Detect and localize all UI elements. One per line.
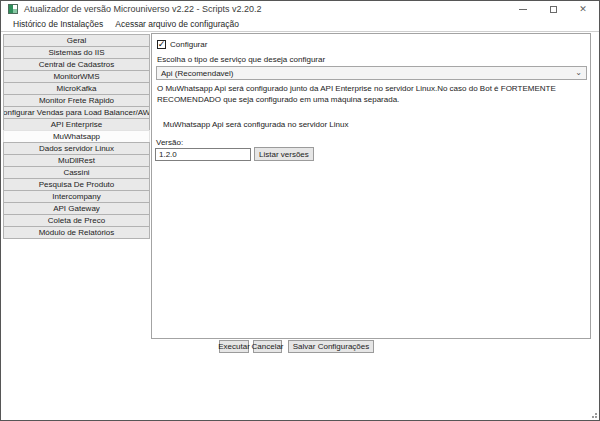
config-panel: Configurar Escolha o tipo de serviço que… (151, 33, 591, 339)
service-type-dropdown[interactable]: Api (Recomendavel) ⌄ (156, 66, 587, 80)
save-configurations-button[interactable]: Salvar Configurações (288, 340, 374, 353)
service-type-label: Escolha o tipo de serviço que deseja con… (157, 55, 325, 64)
sidebar: GeralSistemas do IISCentral de Cadastros… (3, 34, 150, 239)
service-description: O MuWhatsapp Api será configurado junto … (157, 84, 585, 105)
app-window: Atualizador de versão Microuniverso v2.2… (0, 0, 600, 421)
version-label: Versão: (156, 138, 183, 147)
maximize-button[interactable] (538, 1, 568, 17)
close-button[interactable]: ✕ (568, 1, 598, 17)
list-versions-button[interactable]: Listar versões (254, 147, 314, 161)
minimize-button[interactable] (508, 1, 538, 17)
title-bar[interactable]: Atualizador de versão Microuniverso v2.2… (1, 1, 599, 17)
version-input[interactable] (155, 148, 251, 161)
cancel-button[interactable]: Cancelar (253, 340, 282, 353)
menu-item-historico-de-instalacoes[interactable]: Histórico de Instalações (7, 19, 109, 29)
resize-grip[interactable] (592, 413, 597, 418)
chevron-down-icon: ⌄ (575, 70, 582, 76)
status-text: MuWhatsapp Api será configurada no servi… (163, 120, 348, 129)
configure-checkbox[interactable]: Configurar (157, 40, 207, 49)
dropdown-selected-value: Api (Recomendavel) (161, 69, 575, 78)
configure-checkbox-label: Configurar (170, 40, 207, 49)
sidebar-item-modulo-de-relatorios[interactable]: Módulo de Relatórios (3, 226, 150, 239)
menu-item-acessar-arquivo-de-configuracao[interactable]: Acessar arquivo de configuração (109, 19, 245, 29)
maximize-icon (550, 6, 557, 13)
app-icon (8, 4, 18, 14)
close-icon: ✕ (579, 4, 587, 14)
execute-button[interactable]: Executar (219, 340, 249, 353)
menu-bar: Histórico de InstalaçõesAcessar arquivo … (1, 17, 599, 32)
checkbox-checked-icon[interactable] (157, 40, 166, 49)
minimize-icon (519, 9, 527, 10)
window-title: Atualizador de versão Microuniverso v2.2… (24, 4, 262, 14)
